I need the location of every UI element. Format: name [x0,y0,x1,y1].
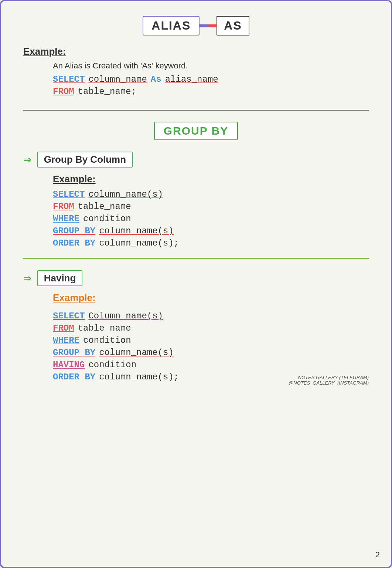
watermark-line1: NOTES GALLERY (TELEGRAM) [289,375,369,380]
arrow-green-icon: ⇒ [23,151,31,168]
having-section: ⇒ Having Example: SELECT Column name(s) … [23,259,369,382]
groupby-line-select: SELECT column_name(s) [53,189,369,199]
groupby-line-from: FROM table_name [53,202,369,212]
having-orderby-val: column_name(s); [99,372,179,382]
groupby-example-heading: Example: [53,173,369,185]
alias-from-kw: FROM [53,87,74,97]
groupby-title-row: GROUP BY [23,122,369,140]
having-line-where: WHERE condition [53,335,369,345]
groupby-arrow-row: ⇒ Group By Column [23,151,369,168]
having-from-kw: FROM [53,323,74,333]
groupby-line-groupby: GROUP BY column_name(s) [53,226,369,236]
groupby-line-orderby: ORDER BY column_name(s); [53,238,369,248]
groupby-orderby-val: column_name(s); [99,238,179,248]
as-box: AS [217,16,249,36]
groupby-section: GROUP BY ⇒ Group By Column Example: SELE… [23,111,369,259]
watermark-line2: @NOTES_GALLERY_(INSTAGRAM) [289,380,369,386]
alias-box: ALIAS [143,16,200,36]
having-line-groupby: GROUP BY column_name(s) [53,348,369,358]
groupby-from-val: table_name [78,202,131,212]
groupby-select-kw: SELECT [53,189,85,199]
alias-line2: FROM table_name; [53,87,369,97]
groupby-groupby-val: column_name(s) [99,226,174,236]
groupby-select-val: column_name(s) [88,189,163,199]
having-arrow-row: ⇒ Having [23,270,369,286]
having-groupby-val: column_name(s) [99,348,174,358]
groupby-line-where: WHERE condition [53,214,369,224]
alias-description: An Alias is Created with 'As' keyword. [53,61,369,71]
having-from-val: table name [78,323,131,333]
alias-select-kw: SELECT [53,74,85,84]
groupby-where-val: condition [83,214,131,224]
alias-as-kw: As [151,74,161,84]
alias-code-block: SELECT column_name As alias_name FROM ta… [53,74,369,97]
alias-title-row: ALIAS AS [23,16,369,36]
having-having-val: condition [88,360,136,370]
having-select-val: Column name(s) [88,311,163,321]
having-example-heading: Example: [53,292,369,304]
alias-connector [199,24,217,27]
having-where-val: condition [83,335,131,345]
having-groupby-kw: GROUP BY [53,348,95,358]
alias-line1: SELECT column_name As alias_name [53,74,369,84]
groupby-where-kw: WHERE [53,214,79,224]
groupby-subheading-box: Group By Column [37,152,133,168]
having-line-from: FROM table name [53,323,369,333]
alias-alias-name: alias_name [165,74,218,84]
groupby-groupby-kw: GROUP BY [53,226,95,236]
alias-column-name: column_name [88,74,147,84]
groupby-orderby-kw: ORDER BY [53,238,95,248]
having-select-kw: SELECT [53,311,85,321]
having-having-kw: HAVING [53,360,85,370]
groupby-from-kw: FROM [53,202,74,212]
watermark: NOTES GALLERY (TELEGRAM) @NOTES_GALLERY_… [289,375,369,386]
having-line-select: SELECT Column name(s) [53,311,369,321]
having-arrow-icon: ⇒ [23,270,31,286]
page-number: 2 [375,550,380,559]
page: ALIAS AS Example: An Alias is Created wi… [0,0,392,568]
having-orderby-kw: ORDER BY [53,372,95,382]
having-where-kw: WHERE [53,335,79,345]
groupby-code-block: SELECT column_name(s) FROM table_name WH… [53,189,369,248]
alias-table-name: table_name; [78,87,136,97]
having-subheading-box: Having [37,270,83,286]
alias-example-heading: Example: [23,46,369,57]
alias-section: ALIAS AS Example: An Alias is Created wi… [23,16,369,111]
groupby-title-box: GROUP BY [154,122,238,140]
having-line-having: HAVING condition [53,360,369,370]
having-code-block: SELECT Column name(s) FROM table name WH… [53,311,369,382]
